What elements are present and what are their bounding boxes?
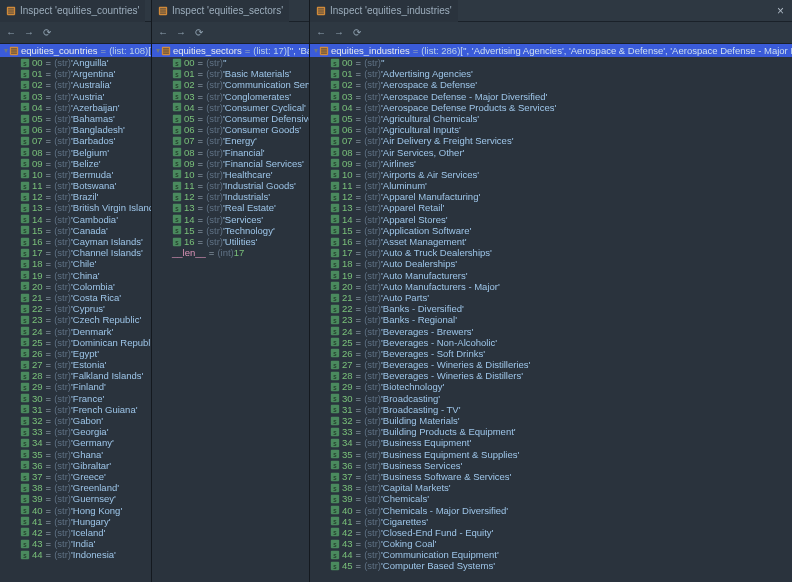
list-item[interactable]: s08=(str) 'Financial' xyxy=(152,147,309,158)
list-item[interactable]: s12=(str) 'Brazil' xyxy=(0,191,151,202)
list-item[interactable]: s27=(str) 'Beverages - Wineries & Distil… xyxy=(310,359,792,370)
chevron-down-icon[interactable]: ▾ xyxy=(4,44,8,57)
len-row[interactable]: __len__=(int) 17 xyxy=(152,247,309,258)
tab-inspect[interactable]: Inspect 'equities_countries' xyxy=(0,0,145,22)
list-item[interactable]: s03=(str) 'Aerospace Defense - Major Div… xyxy=(310,91,792,102)
list-item[interactable]: s28=(str) 'Beverages - Wineries & Distil… xyxy=(310,370,792,381)
tree-view[interactable]: ▾equities_countries=(list: 108) ['Angus0… xyxy=(0,44,151,582)
list-item[interactable]: s13=(str) 'British Virgin Islands' xyxy=(0,202,151,213)
list-item[interactable]: s12=(str) 'Apparel Manufacturing' xyxy=(310,191,792,202)
list-item[interactable]: s05=(str) 'Consumer Defensive' xyxy=(152,113,309,124)
list-item[interactable]: s11=(str) 'Aluminum' xyxy=(310,180,792,191)
list-item[interactable]: s09=(str) 'Belize' xyxy=(0,158,151,169)
variable-header-row[interactable]: ▾equities_countries=(list: 108) ['Angu xyxy=(0,44,151,57)
list-item[interactable]: s14=(str) 'Apparel Stores' xyxy=(310,214,792,225)
list-item[interactable]: s41=(str) 'Hungary' xyxy=(0,516,151,527)
list-item[interactable]: s17=(str) 'Auto & Truck Dealerships' xyxy=(310,247,792,258)
list-item[interactable]: s10=(str) 'Healthcare' xyxy=(152,169,309,180)
chevron-down-icon[interactable]: ▾ xyxy=(314,44,318,57)
list-item[interactable]: s03=(str) 'Austria' xyxy=(0,91,151,102)
list-item[interactable]: s15=(str) 'Technology' xyxy=(152,225,309,236)
list-item[interactable]: s26=(str) 'Beverages - Soft Drinks' xyxy=(310,348,792,359)
list-item[interactable]: s28=(str) 'Falkland Islands' xyxy=(0,370,151,381)
list-item[interactable]: s04=(str) 'Consumer Cyclical' xyxy=(152,102,309,113)
list-item[interactable]: s09=(str) 'Airlines' xyxy=(310,158,792,169)
list-item[interactable]: s39=(str) 'Chemicals' xyxy=(310,493,792,504)
list-item[interactable]: s17=(str) 'Channel Islands' xyxy=(0,247,151,258)
arrow-left-icon[interactable]: ← xyxy=(314,26,328,40)
list-item[interactable]: s06=(str) 'Bangladesh' xyxy=(0,124,151,135)
list-item[interactable]: s07=(str) 'Barbados' xyxy=(0,135,151,146)
list-item[interactable]: s14=(str) 'Cambodia' xyxy=(0,214,151,225)
refresh-icon[interactable]: ⟳ xyxy=(350,26,364,40)
list-item[interactable]: s00=(str) '' xyxy=(152,57,309,68)
list-item[interactable]: s13=(str) 'Real Estate' xyxy=(152,202,309,213)
list-item[interactable]: s33=(str) 'Building Products & Equipment… xyxy=(310,426,792,437)
tab-inspect[interactable]: Inspect 'equities_industries' xyxy=(310,0,458,22)
list-item[interactable]: s03=(str) 'Conglomerates' xyxy=(152,91,309,102)
list-item[interactable]: s12=(str) 'Industrials' xyxy=(152,191,309,202)
list-item[interactable]: s22=(str) 'Banks - Diversified' xyxy=(310,303,792,314)
list-item[interactable]: s21=(str) 'Auto Parts' xyxy=(310,292,792,303)
arrow-right-icon[interactable]: → xyxy=(332,26,346,40)
list-item[interactable]: s18=(str) 'Auto Dealerships' xyxy=(310,258,792,269)
list-item[interactable]: s05=(str) 'Agricultural Chemicals' xyxy=(310,113,792,124)
list-item[interactable]: s39=(str) 'Guernsey' xyxy=(0,493,151,504)
list-item[interactable]: s06=(str) 'Agricultural Inputs' xyxy=(310,124,792,135)
list-item[interactable]: s14=(str) 'Services' xyxy=(152,214,309,225)
list-item[interactable]: s29=(str) 'Finland' xyxy=(0,381,151,392)
list-item[interactable]: s30=(str) 'Broadcasting' xyxy=(310,393,792,404)
refresh-icon[interactable]: ⟳ xyxy=(192,26,206,40)
list-item[interactable]: s40=(str) 'Hong Kong' xyxy=(0,505,151,516)
arrow-right-icon[interactable]: → xyxy=(174,26,188,40)
list-item[interactable]: s16=(str) 'Asset Management' xyxy=(310,236,792,247)
list-item[interactable]: s11=(str) 'Botswana' xyxy=(0,180,151,191)
list-item[interactable]: s02=(str) 'Communication Services' xyxy=(152,79,309,90)
list-item[interactable]: s37=(str) 'Business Software & Services' xyxy=(310,471,792,482)
list-item[interactable]: s01=(str) 'Basic Materials' xyxy=(152,68,309,79)
list-item[interactable]: s20=(str) 'Auto Manufacturers - Major' xyxy=(310,281,792,292)
tree-view[interactable]: ▾equities_sectors=(list: 17) ['', 'Basic… xyxy=(152,44,309,582)
list-item[interactable]: s13=(str) 'Apparel Retail' xyxy=(310,202,792,213)
list-item[interactable]: s31=(str) 'Broadcasting - TV' xyxy=(310,404,792,415)
list-item[interactable]: s23=(str) 'Czech Republic' xyxy=(0,314,151,325)
list-item[interactable]: s15=(str) 'Application Software' xyxy=(310,225,792,236)
arrow-left-icon[interactable]: ← xyxy=(156,26,170,40)
list-item[interactable]: s43=(str) 'India' xyxy=(0,538,151,549)
list-item[interactable]: s05=(str) 'Bahamas' xyxy=(0,113,151,124)
list-item[interactable]: s25=(str) 'Dominican Republic' xyxy=(0,337,151,348)
list-item[interactable]: s26=(str) 'Egypt' xyxy=(0,348,151,359)
list-item[interactable]: s29=(str) 'Biotechnology' xyxy=(310,381,792,392)
list-item[interactable]: s16=(str) 'Utilities' xyxy=(152,236,309,247)
list-item[interactable]: s00=(str) 'Anguilla' xyxy=(0,57,151,68)
list-item[interactable]: s23=(str) 'Banks - Regional' xyxy=(310,314,792,325)
tree-view[interactable]: ▾equities_industries=(list: 286) ['', 'A… xyxy=(310,44,792,582)
list-item[interactable]: s34=(str) 'Business Equipment' xyxy=(310,437,792,448)
list-item[interactable]: s21=(str) 'Costa Rica' xyxy=(0,292,151,303)
arrow-right-icon[interactable]: → xyxy=(22,26,36,40)
list-item[interactable]: s01=(str) 'Argentina' xyxy=(0,68,151,79)
list-item[interactable]: s19=(str) 'China' xyxy=(0,270,151,281)
refresh-icon[interactable]: ⟳ xyxy=(40,26,54,40)
list-item[interactable]: s40=(str) 'Chemicals - Major Diversified… xyxy=(310,505,792,516)
close-icon[interactable]: × xyxy=(769,0,792,22)
list-item[interactable]: s02=(str) 'Australia' xyxy=(0,79,151,90)
list-item[interactable]: s36=(str) 'Gibraltar' xyxy=(0,460,151,471)
list-item[interactable]: s45=(str) 'Computer Based Systems' xyxy=(310,560,792,571)
list-item[interactable]: s15=(str) 'Canada' xyxy=(0,225,151,236)
list-item[interactable]: s34=(str) 'Germany' xyxy=(0,437,151,448)
list-item[interactable]: s16=(str) 'Cayman Islands' xyxy=(0,236,151,247)
tab-inspect[interactable]: Inspect 'equities_sectors' xyxy=(152,0,289,22)
list-item[interactable]: s04=(str) 'Azerbaijan' xyxy=(0,102,151,113)
list-item[interactable]: s30=(str) 'France' xyxy=(0,393,151,404)
list-item[interactable]: s32=(str) 'Gabon' xyxy=(0,415,151,426)
list-item[interactable]: s36=(str) 'Business Services' xyxy=(310,460,792,471)
list-item[interactable]: s00=(str) '' xyxy=(310,57,792,68)
list-item[interactable]: s35=(str) 'Business Equipment & Supplies… xyxy=(310,449,792,460)
list-item[interactable]: s10=(str) 'Airports & Air Services' xyxy=(310,169,792,180)
list-item[interactable]: s38=(str) 'Greenland' xyxy=(0,482,151,493)
list-item[interactable]: s27=(str) 'Estonia' xyxy=(0,359,151,370)
list-item[interactable]: s42=(str) 'Iceland' xyxy=(0,527,151,538)
list-item[interactable]: s18=(str) 'Chile' xyxy=(0,258,151,269)
list-item[interactable]: s24=(str) 'Beverages - Brewers' xyxy=(310,326,792,337)
